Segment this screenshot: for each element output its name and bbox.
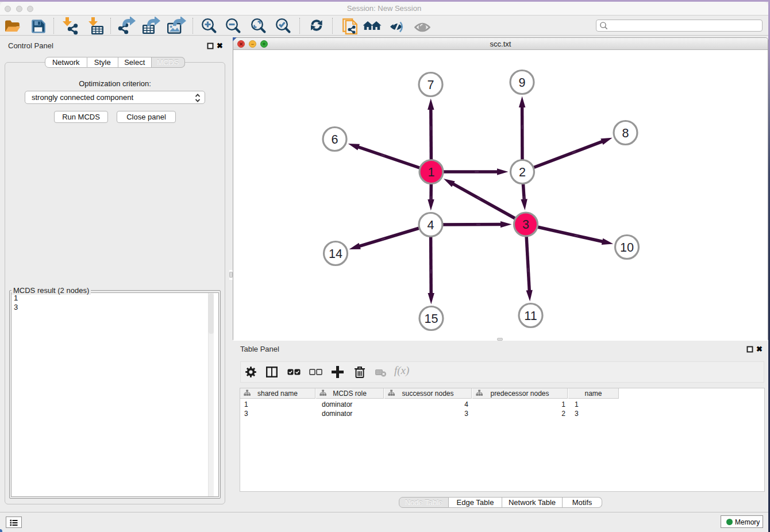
svg-text:4: 4	[428, 218, 434, 232]
svg-text:6: 6	[332, 133, 338, 147]
svg-text:1: 1	[428, 165, 435, 179]
svg-text:9: 9	[519, 76, 526, 90]
svg-text:8: 8	[622, 126, 629, 140]
svg-text:14: 14	[329, 247, 342, 261]
svg-text:3: 3	[522, 218, 529, 232]
svg-text:10: 10	[620, 241, 634, 255]
svg-text:2: 2	[519, 165, 526, 179]
svg-text:7: 7	[428, 78, 434, 92]
svg-text:11: 11	[524, 309, 537, 323]
svg-text:15: 15	[425, 312, 438, 326]
